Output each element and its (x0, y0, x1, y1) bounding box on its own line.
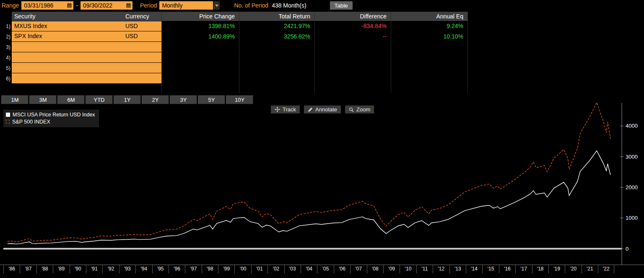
currency-input[interactable] (123, 52, 161, 63)
series-line-mxus (8, 151, 610, 244)
x-axis-year-label: '91 (86, 265, 102, 273)
terminal-comparison-window: Range 03/31/1986 - 09/30/2022 Period Mon… (0, 0, 644, 278)
legend-item-mxus[interactable]: MSCI USA Price Return USD Index (6, 111, 95, 118)
table-row: 3) (0, 42, 644, 52)
x-axis-year-label: '03 (284, 265, 301, 273)
x-axis-year-label: '92 (102, 265, 119, 273)
x-axis-year-label: '88 (36, 265, 53, 273)
y-axis-tick-label: 4000 (626, 123, 638, 129)
table-row: 2) SPX Index USD 1400.89% 3256.82% -- 10… (0, 31, 644, 42)
y-axis-tick-label: 1000 (626, 215, 638, 221)
top-control-bar: Range 03/31/1986 - 09/30/2022 Period Mon… (0, 0, 644, 11)
security-input[interactable] (12, 52, 123, 63)
x-axis: '86'87'88'89'90'91'92'93'94'95'96'97'98'… (0, 265, 644, 278)
row-number: 6) (3, 73, 12, 84)
chart-legend: MSCI USA Price Return USD Index S&P 500 … (3, 110, 99, 127)
x-axis-year-label: '90 (70, 265, 86, 273)
x-axis-year-label: '14 (466, 265, 482, 273)
range-label: Range (2, 2, 19, 9)
x-axis-year-label: '99 (218, 265, 234, 273)
table-row: 1) MXUS Index USD 1398.81% 2421.97% -834… (0, 21, 644, 31)
col-header-difference: Difference (314, 12, 391, 21)
row-number: 3) (3, 42, 12, 53)
no-of-period-label: No. of Period (234, 2, 268, 9)
table-header-row: Security Currency Price Change Total Ret… (0, 12, 644, 21)
x-axis-year-label: '96 (169, 265, 185, 273)
col-header-annual-eq: Annual Eq (391, 12, 467, 21)
range-start-value: 03/31/1986 (24, 2, 53, 9)
annual-eq-value: 10.10% (391, 31, 467, 42)
track-label: Track (283, 106, 296, 113)
security-input[interactable] (12, 63, 123, 74)
x-axis-year-label: '08 (367, 265, 383, 273)
difference-value: -- (314, 31, 391, 42)
range-end-value: 09/30/2022 (83, 2, 112, 9)
total-return-value: 3256.82% (239, 31, 314, 42)
x-axis-year-label: '10 (400, 265, 416, 273)
currency-input[interactable] (123, 73, 161, 84)
currency-input[interactable] (123, 42, 161, 53)
col-header-total-return: Total Return (239, 12, 314, 21)
range-end-input[interactable]: 09/30/2022 (80, 1, 132, 10)
x-axis-year-label: '06 (334, 265, 350, 273)
x-axis-year-label: '05 (317, 265, 333, 273)
price-change-value: 1400.89% (161, 31, 239, 42)
currency-input[interactable] (123, 63, 161, 74)
x-axis-year-label: '94 (135, 265, 152, 273)
security-input[interactable] (12, 42, 123, 53)
x-axis-labels: '86'87'88'89'90'91'92'93'94'95'96'97'98'… (0, 265, 644, 273)
currency-input[interactable]: USD (123, 21, 161, 32)
x-axis-year-label: '18 (532, 265, 548, 273)
x-axis-year-label: '86 (3, 265, 20, 273)
chart-toolbar: Track Annotate Zoom (271, 106, 374, 113)
total-return-value: 2421.97% (239, 21, 314, 32)
period-dropdown-arrow[interactable] (213, 1, 220, 10)
x-axis-year-label: '15 (482, 265, 499, 273)
legend-label: MSCI USA Price Return USD Index (13, 112, 95, 118)
difference-value: -834.84% (314, 21, 391, 32)
annotate-label: Annotate (315, 106, 337, 113)
chart-area[interactable]: 01000200030004000 MSCI USA Price Return … (0, 100, 644, 265)
magnifier-icon (349, 107, 354, 112)
legend-label: S&P 500 INDEX (12, 119, 50, 125)
x-axis-year-label: '16 (499, 265, 515, 273)
column-separator (161, 12, 162, 93)
column-separator (467, 12, 468, 93)
col-header-currency: Currency (123, 12, 161, 21)
security-input[interactable] (12, 73, 123, 84)
security-input[interactable]: MXUS Index (12, 21, 123, 32)
x-axis-year-label: '04 (301, 265, 317, 273)
zoom-label: Zoom (356, 106, 370, 113)
column-separator (314, 12, 315, 93)
calendar-icon (126, 3, 131, 8)
x-axis-year-label: '09 (383, 265, 400, 273)
annotate-button[interactable]: Annotate (304, 106, 341, 113)
x-axis-year-label: '19 (548, 265, 565, 273)
legend-item-spx[interactable]: S&P 500 INDEX (6, 118, 95, 125)
row-number: 4) (3, 52, 12, 63)
range-separator: - (76, 2, 78, 9)
y-axis-tick-label: 0 (626, 246, 628, 252)
x-axis-year-label: '00 (234, 265, 251, 273)
x-axis-year-label: '02 (267, 265, 284, 273)
col-header-price-change: Price Change (161, 12, 239, 21)
track-button[interactable]: Track (271, 106, 300, 113)
x-axis-year-label: '93 (119, 265, 135, 273)
calendar-icon (67, 3, 72, 8)
period-label: Period (140, 2, 157, 9)
table-row: 6) (0, 73, 644, 84)
x-axis-year-label: '21 (582, 265, 598, 273)
zoom-button[interactable]: Zoom (345, 106, 374, 113)
security-input[interactable]: SPX Index (12, 31, 123, 42)
x-axis-year-label: '20 (565, 265, 581, 273)
x-axis-year-label: '17 (515, 265, 532, 273)
x-axis-year-label: '22 (598, 265, 614, 273)
range-start-input[interactable]: 03/31/1986 (21, 1, 73, 10)
table-button[interactable]: Table (330, 1, 353, 10)
x-axis-year-label: '98 (202, 265, 218, 273)
currency-input[interactable]: USD (123, 31, 161, 42)
period-select[interactable]: Monthly (159, 1, 213, 10)
col-header-security: Security (12, 12, 123, 21)
comparison-table: Security Currency Price Change Total Ret… (0, 12, 644, 95)
mxus-swatch-icon (6, 113, 10, 117)
